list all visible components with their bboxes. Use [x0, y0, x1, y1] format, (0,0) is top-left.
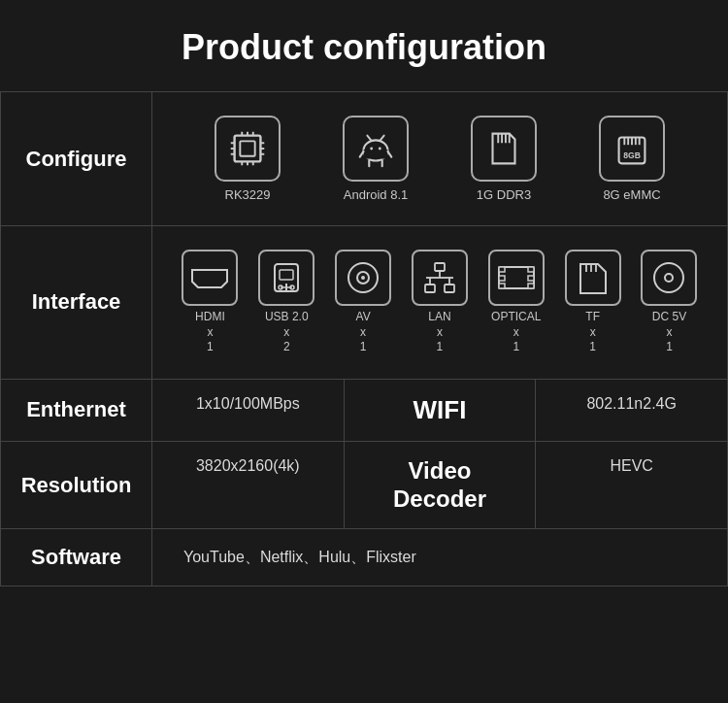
video-decoder-label: VideoDecoder [345, 442, 537, 529]
software-row: Software YouTube、Netflix、Hulu、Flixster [1, 529, 728, 586]
hdmi-icon [190, 264, 229, 291]
software-content: YouTube、Netflix、Hulu、Flixster [152, 529, 728, 586]
lan-label: LANx1 [428, 310, 450, 355]
ethernet-content: 1x10/100MBps WIFI 802.11n2.4G [152, 379, 728, 441]
interface-content: HDMIx1 US [152, 226, 728, 380]
ethernet-cells: 1x10/100MBps WIFI 802.11n2.4G [152, 380, 727, 441]
resolution-row: Resolution 3820x2160(4k) VideoDecoder HE… [1, 441, 728, 529]
av-icon [345, 259, 381, 296]
spec-table: Configure [0, 91, 728, 586]
svg-line-18 [367, 136, 371, 141]
storage-icon-box: 8GB [599, 116, 665, 182]
svg-rect-53 [499, 276, 505, 281]
configure-label: Configure [1, 92, 152, 226]
android-label: Android 8.1 [344, 187, 409, 202]
resolution-label: Resolution [1, 441, 152, 529]
svg-rect-52 [499, 267, 505, 272]
storage-icon-item: 8GB 8G eMMC [599, 116, 665, 202]
ethernet-speed: 1x10/100MBps [152, 380, 345, 441]
cpu-label: RK3229 [225, 187, 271, 202]
optical-icon [497, 263, 536, 292]
svg-rect-44 [435, 263, 445, 271]
resolution-value: 3820x2160(4k) [152, 442, 345, 529]
lan-item: LANx1 [412, 250, 468, 355]
cpu-icon-box [215, 116, 281, 182]
svg-line-22 [360, 151, 364, 157]
dc-box [641, 250, 697, 306]
svg-rect-46 [445, 285, 454, 292]
svg-rect-1 [240, 141, 254, 155]
hdmi-label: HDMIx1 [195, 310, 225, 355]
hdmi-item: HDMIx1 [182, 250, 238, 355]
resolution-cells: 3820x2160(4k) VideoDecoder HEVC [152, 442, 727, 529]
ram-icon [481, 126, 526, 171]
av-item: AVx1 [335, 250, 391, 355]
usb-box [258, 250, 314, 306]
svg-rect-0 [235, 136, 261, 162]
configure-content: RK3229 [152, 92, 728, 226]
svg-point-43 [361, 276, 365, 280]
usb-icon [269, 260, 304, 295]
svg-point-62 [665, 274, 673, 282]
svg-line-19 [381, 136, 384, 141]
wifi-standard: 802.11n2.4G [536, 380, 727, 441]
interface-label: Interface [1, 226, 152, 380]
lan-box [412, 250, 468, 306]
wifi-label: WIFI [345, 380, 537, 441]
android-icon [353, 126, 398, 171]
android-icon-item: Android 8.1 [343, 116, 409, 202]
av-label: AVx1 [356, 310, 371, 355]
cpu-icon [225, 126, 270, 171]
software-label: Software [1, 529, 152, 586]
svg-rect-55 [528, 267, 534, 272]
interface-icons: HDMIx1 US [164, 240, 715, 365]
svg-rect-56 [528, 276, 534, 281]
ethernet-label: Enthernet [1, 379, 152, 441]
tf-item: TFx1 [565, 250, 621, 355]
storage-label: 8G eMMC [603, 187, 660, 202]
configure-icons: RK3229 [164, 106, 715, 212]
svg-rect-54 [499, 284, 505, 288]
configure-row: Configure [1, 92, 728, 226]
svg-rect-15 [364, 150, 388, 159]
svg-text:8GB: 8GB [623, 151, 641, 160]
software-apps: YouTube、Netflix、Hulu、Flixster [164, 533, 436, 581]
svg-rect-57 [528, 284, 534, 288]
hdmi-box [182, 250, 238, 306]
storage-icon: 8GB [610, 126, 654, 171]
lan-icon [421, 259, 458, 296]
ethernet-row: Enthernet 1x10/100MBps WIFI 802.11n2.4G [1, 379, 728, 441]
dc-label: DC 5Vx1 [652, 310, 686, 355]
svg-rect-36 [280, 270, 293, 280]
dc-icon [650, 259, 687, 296]
optical-item: OPTICALx1 [488, 250, 545, 355]
usb-item: USB 2.0x2 [258, 250, 314, 355]
hevc-label: HEVC [536, 442, 727, 529]
svg-point-16 [370, 148, 373, 151]
page-title: Product configuration [0, 0, 728, 91]
ram-icon-box [471, 116, 537, 182]
interface-row: Interface HDMIx1 [1, 226, 728, 380]
svg-rect-45 [425, 285, 435, 292]
svg-point-17 [379, 148, 381, 151]
resolution-content: 3820x2160(4k) VideoDecoder HEVC [152, 441, 728, 529]
svg-point-61 [654, 263, 683, 292]
tf-label: TFx1 [585, 310, 600, 355]
tf-icon [577, 258, 610, 297]
av-box [335, 250, 391, 306]
dc-item: DC 5Vx1 [641, 250, 697, 355]
optical-box [488, 250, 545, 306]
optical-label: OPTICALx1 [491, 310, 541, 355]
ram-icon-item: 1G DDR3 [471, 116, 537, 202]
android-icon-box [343, 116, 409, 182]
tf-box [565, 250, 621, 306]
cpu-icon-item: RK3229 [215, 116, 281, 202]
usb-label: USB 2.0x2 [265, 310, 309, 355]
ram-label: 1G DDR3 [477, 187, 531, 202]
svg-line-23 [387, 151, 391, 157]
